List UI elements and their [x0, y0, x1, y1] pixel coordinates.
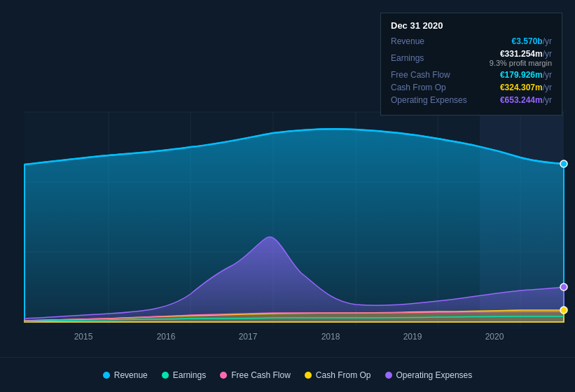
legend-dot-cashop — [305, 372, 312, 379]
legend-bar: Revenue Earnings Free Cash Flow Cash Fro… — [0, 357, 575, 392]
legend-dot-revenue — [103, 372, 110, 379]
tooltip-fcf-value: €179.926m/yr — [500, 70, 552, 80]
svg-text:2019: 2019 — [403, 332, 422, 342]
svg-point-13 — [560, 160, 567, 167]
tooltip-cashop-row: Cash From Op €324.307m/yr — [391, 83, 552, 92]
tooltip-box: Dec 31 2020 Revenue €3.570b/yr Earnings … — [380, 13, 562, 115]
tooltip-cashop-value: €324.307m/yr — [500, 83, 552, 92]
tooltip-opex-label: Operating Expenses — [391, 95, 467, 105]
tooltip-opex-value: €653.244m/yr — [500, 95, 552, 105]
legend-label-revenue: Revenue — [114, 370, 148, 380]
svg-text:2017: 2017 — [239, 332, 258, 342]
svg-text:2018: 2018 — [321, 332, 340, 342]
legend-item-fcf[interactable]: Free Cash Flow — [220, 370, 291, 380]
tooltip-revenue-value: €3.570b/yr — [512, 36, 552, 46]
legend-dot-earnings — [162, 372, 169, 379]
tooltip-earnings-label: Earnings — [391, 53, 424, 63]
legend-item-revenue[interactable]: Revenue — [103, 370, 148, 380]
tooltip-fcf-label: Free Cash Flow — [391, 70, 450, 80]
tooltip-cashop-label: Cash From Op — [391, 83, 446, 92]
legend-dot-opex — [385, 372, 392, 379]
legend-dot-fcf — [220, 372, 227, 379]
tooltip-fcf-row: Free Cash Flow €179.926m/yr — [391, 70, 552, 80]
svg-point-15 — [560, 307, 567, 314]
tooltip-opex-row: Operating Expenses €653.244m/yr — [391, 95, 552, 105]
chart-area: €5b €0 — [0, 0, 575, 357]
tooltip-earnings-value: €331.254m/yr — [500, 49, 552, 59]
legend-item-cashop[interactable]: Cash From Op — [305, 370, 371, 380]
tooltip-revenue-row: Revenue €3.570b/yr — [391, 36, 552, 46]
legend-label-opex: Operating Expenses — [396, 370, 473, 380]
svg-text:2015: 2015 — [74, 332, 93, 342]
legend-item-earnings[interactable]: Earnings — [162, 370, 206, 380]
legend-label-earnings: Earnings — [173, 370, 206, 380]
svg-text:2016: 2016 — [157, 332, 176, 342]
svg-point-14 — [560, 284, 567, 290]
legend-label-fcf: Free Cash Flow — [231, 370, 291, 380]
legend-item-opex[interactable]: Operating Expenses — [385, 370, 473, 380]
tooltip-date: Dec 31 2020 — [391, 20, 552, 31]
svg-text:2020: 2020 — [485, 332, 504, 342]
tooltip-earnings-row: Earnings €331.254m/yr 9.3% profit margin — [391, 49, 552, 67]
tooltip-margin: 9.3% profit margin — [490, 59, 552, 67]
tooltip-revenue-label: Revenue — [391, 36, 424, 46]
legend-label-cashop: Cash From Op — [316, 370, 371, 380]
